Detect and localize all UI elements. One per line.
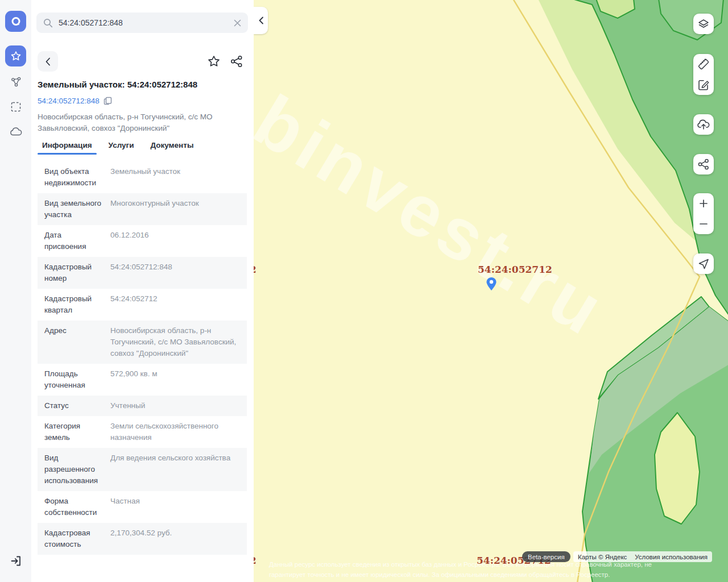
collapse-panel-button[interactable] bbox=[254, 7, 268, 34]
polygon-network-icon bbox=[10, 76, 22, 88]
edit-icon bbox=[697, 78, 710, 91]
zoom-out-icon bbox=[699, 219, 708, 228]
table-row: Форма собственности Частная bbox=[38, 491, 247, 523]
zoom-out-button[interactable] bbox=[693, 214, 714, 234]
logo-a-icon bbox=[10, 15, 22, 28]
table-row: Адрес Новосибирская область, р-н Тогучин… bbox=[38, 321, 247, 364]
table-row: Кадастровый квартал 54:24:052712 bbox=[38, 289, 247, 321]
star-icon bbox=[10, 51, 22, 62]
sidebar-item-cloud[interactable] bbox=[9, 124, 23, 139]
table-row: Вид разрешенного использования Для веден… bbox=[38, 448, 247, 491]
ruler-icon bbox=[697, 58, 710, 70]
cadastral-number-link[interactable]: 54:24:052712:848 bbox=[38, 97, 100, 105]
tab-documents[interactable]: Документы bbox=[146, 140, 198, 155]
chevron-left-icon bbox=[45, 57, 51, 66]
share-network-icon bbox=[697, 158, 710, 171]
table-row: Статус Учтенный bbox=[38, 396, 247, 416]
tab-bar: Информация Услуги Документы bbox=[38, 140, 198, 155]
tab-information[interactable]: Информация bbox=[38, 140, 97, 155]
sidebar-item-select-area[interactable] bbox=[9, 99, 23, 114]
table-row: Категория земель Земли сельскохозяйствен… bbox=[38, 416, 247, 448]
layers-button[interactable] bbox=[693, 14, 714, 34]
sidebar-item-favorites[interactable] bbox=[5, 45, 26, 66]
navigate-button[interactable] bbox=[693, 253, 714, 274]
table-row: Площадь уточненная 572,900 кв. м bbox=[38, 364, 247, 396]
cadastral-link-row: 54:24:052712:848 bbox=[38, 97, 112, 105]
table-row: Вид земельного участка Многоконтурный уч… bbox=[38, 193, 247, 225]
cadastral-label-fragment: 2 bbox=[254, 264, 257, 275]
upload-toolbar bbox=[693, 114, 714, 135]
chevron-left-icon bbox=[258, 16, 264, 24]
terms-of-use-link[interactable]: Условия использования bbox=[635, 554, 708, 560]
navigate-arrow-icon bbox=[697, 257, 710, 270]
info-table[interactable]: Вид объекта недвижимости Земельный участ… bbox=[38, 161, 247, 572]
zoom-control-group bbox=[693, 193, 714, 234]
cadastral-quarter-label: 54:24:052712 bbox=[478, 264, 552, 275]
share-object-button[interactable] bbox=[230, 55, 243, 68]
share-toolbar bbox=[693, 154, 714, 174]
search-input[interactable]: 54:24:052712:848 bbox=[36, 13, 248, 33]
favorite-button[interactable] bbox=[207, 55, 221, 68]
map-attribution: Карты © Яндекс Условия использования bbox=[573, 551, 712, 562]
star-outline-icon bbox=[207, 55, 221, 68]
layers-icon bbox=[697, 18, 710, 30]
beta-badge: Beta-версия bbox=[522, 551, 570, 562]
app-logo[interactable] bbox=[5, 11, 26, 32]
sidebar-item-polygon[interactable] bbox=[9, 74, 23, 89]
zoom-in-button[interactable] bbox=[693, 193, 714, 214]
info-panel: 54:24:052712:848 Земельный участок: 54:2… bbox=[31, 0, 254, 582]
search-value: 54:24:052712:848 bbox=[59, 18, 228, 27]
exit-icon bbox=[10, 555, 22, 567]
search-icon bbox=[43, 18, 53, 28]
share-icon bbox=[230, 55, 243, 68]
cadastral-label-fragment: 2 bbox=[254, 555, 257, 566]
locate-toolbar bbox=[693, 253, 714, 274]
dashed-square-icon bbox=[10, 101, 22, 113]
edit-button[interactable] bbox=[693, 74, 714, 95]
left-rail bbox=[0, 0, 31, 582]
table-row: Кадастровая стоимость 2,170,304.52 руб. bbox=[38, 523, 247, 555]
close-icon[interactable] bbox=[234, 19, 241, 27]
draw-tools-group bbox=[693, 54, 714, 95]
map-share-button[interactable] bbox=[693, 154, 714, 174]
table-row: Дата присвоения 06.12.2016 bbox=[38, 225, 247, 257]
zoom-in-icon bbox=[699, 199, 708, 208]
cloud-upload-icon bbox=[697, 118, 710, 131]
layers-toolbar bbox=[693, 14, 714, 34]
page-title: Земельный участок: 54:24:052712:848 bbox=[38, 80, 242, 89]
sidebar-item-exit[interactable] bbox=[9, 554, 23, 568]
table-row: Вид объекта недвижимости Земельный участ… bbox=[38, 161, 247, 193]
cloud-upload-button[interactable] bbox=[693, 114, 714, 135]
object-address: Новосибирская область, р-н Тогучинский, … bbox=[38, 111, 225, 134]
map-pin-icon[interactable] bbox=[486, 277, 497, 292]
measure-button[interactable] bbox=[693, 54, 714, 74]
copy-icon[interactable] bbox=[104, 97, 112, 105]
tab-services[interactable]: Услуги bbox=[104, 140, 139, 155]
back-button[interactable] bbox=[38, 51, 58, 72]
table-row: Кадастровый номер 54:24:052712:848 bbox=[38, 257, 247, 289]
cloud-icon bbox=[9, 126, 23, 138]
map-canvas[interactable]: binvest.ru 54:24:052712 2 2 Данный ресур… bbox=[254, 0, 728, 582]
yandex-copyright: Карты © Яндекс bbox=[578, 554, 627, 560]
